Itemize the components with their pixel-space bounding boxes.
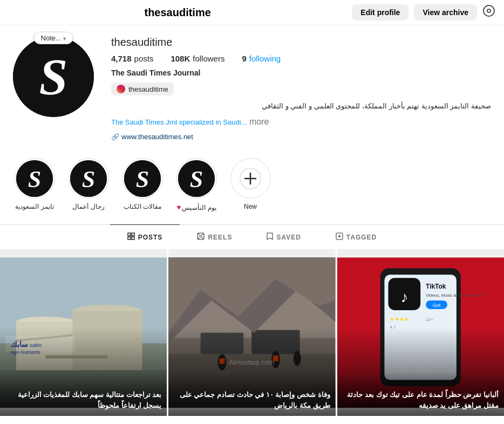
svg-point-24	[203, 238, 204, 239]
following-stat[interactable]: 9 following	[242, 54, 281, 63]
post-caption-2: وفاة شخص وإصابة ١٠ في حادث تصادم جماعي ع…	[168, 372, 335, 416]
highlight-item-2[interactable]: S رجال أعمال	[67, 158, 110, 211]
highlight-label-2: رجال أعمال	[72, 203, 104, 210]
tab-reels[interactable]: REELS	[180, 224, 249, 249]
highlight-circle-1: S	[15, 158, 55, 199]
svg-point-0	[483, 5, 494, 16]
website-text: www.thesauditimes.net	[121, 133, 193, 141]
link-handle: thesauditime	[128, 85, 168, 93]
highlight-circle-new	[230, 158, 271, 199]
instagram-link-icon	[117, 85, 125, 93]
post-item-1[interactable]: سابك sabic Agri-Nutrients بعد تراجعات مت…	[0, 249, 167, 416]
saved-tab-icon	[267, 232, 273, 242]
tab-tagged[interactable]: TAGGED	[318, 224, 394, 249]
highlight-item-1[interactable]: S تايمز السعودية	[13, 158, 56, 211]
chain-icon: 🔗	[111, 133, 119, 141]
stats-row: 4,718 posts 108K followers 9 following	[111, 54, 491, 63]
post-item-3[interactable]: ♪ TikTok Videos, Music & Live Streams Ge…	[337, 249, 504, 416]
tab-posts[interactable]: POSTS	[110, 224, 180, 249]
settings-button[interactable]	[482, 4, 495, 20]
following-count: 9	[242, 54, 246, 63]
highlight-circle-2: S	[69, 158, 109, 199]
tab-posts-label: POSTS	[138, 234, 163, 241]
svg-text:★★★★: ★★★★	[390, 316, 409, 322]
svg-point-21	[199, 234, 200, 235]
website-link[interactable]: 🔗 www.thesauditimes.net	[111, 133, 491, 141]
highlight-circle-3: S	[122, 158, 163, 199]
posts-stat: 4,718 posts	[111, 54, 153, 63]
svg-text:S: S	[39, 49, 68, 106]
bio-arabic: صحيفة التايمز السعودية تهتم بأخبار الممل…	[111, 101, 491, 112]
tab-reels-label: REELS	[208, 234, 232, 241]
svg-point-1	[487, 9, 491, 12]
highlight-item-new[interactable]: New	[229, 158, 272, 211]
svg-text:12+: 12+	[426, 317, 433, 322]
heart-icon: ♥	[176, 203, 181, 211]
followers-label: followers	[193, 54, 224, 63]
avatar[interactable]: S	[13, 36, 94, 117]
svg-text:S: S	[28, 166, 41, 193]
svg-point-22	[203, 234, 204, 235]
tagged-tab-icon	[336, 232, 343, 242]
highlight-item-4[interactable]: S ♥يوم التأسيس	[175, 158, 218, 211]
profile-username: thesauditime	[111, 36, 172, 49]
svg-rect-16	[132, 233, 134, 236]
tabs-section: POSTS REELS SAVED	[0, 224, 504, 249]
svg-text:S: S	[82, 166, 95, 193]
svg-text:♪: ♪	[400, 289, 408, 305]
svg-text:S: S	[190, 166, 203, 193]
top-bar: thesauditime Edit profile View archive	[0, 0, 504, 25]
note-arrow-icon: ▾	[63, 36, 66, 42]
profile-link-badge[interactable]: thesauditime	[111, 83, 174, 95]
bio-english-row: The Saudi Times Jrnl specialized in Saud…	[111, 117, 491, 128]
svg-text:Videos, Music & Live Streams: Videos, Music & Live Streams	[426, 293, 482, 298]
edit-profile-button[interactable]: Edit profile	[352, 4, 408, 20]
svg-rect-17	[128, 237, 131, 240]
posts-tab-icon	[127, 232, 135, 242]
highlight-label-4: ♥يوم التأسيس	[176, 203, 216, 211]
tab-saved-label: SAVED	[276, 234, 301, 241]
followers-stat[interactable]: 108K followers	[171, 54, 224, 63]
post-caption-3: ألبانيا تفرض حظراً لمدة عام على تيك توك …	[337, 372, 504, 416]
bio-english: The Saudi Times Jrnl specialized in Saud…	[111, 118, 247, 126]
highlight-label-new: New	[244, 203, 257, 210]
highlight-label-3: مقالات الكتاب	[124, 203, 161, 210]
highlights-section: S تايمز السعودية S رجال أعمال S	[0, 149, 504, 224]
highlight-circle-4: S	[176, 158, 217, 199]
posts-count: 4,718	[111, 54, 132, 63]
following-label: following	[249, 54, 281, 63]
reels-tab-icon	[197, 232, 205, 242]
followers-count: 108K	[171, 54, 190, 63]
more-link[interactable]: more	[249, 117, 269, 126]
profile-info: thesauditime 4,718 posts 108K followers …	[111, 36, 491, 141]
svg-rect-15	[128, 233, 131, 236]
posts-label: posts	[134, 54, 154, 63]
profile-row-actions: thesauditime	[111, 36, 491, 49]
highlight-item-3[interactable]: S مقالات الكتاب	[121, 158, 164, 211]
tab-saved[interactable]: SAVED	[249, 224, 318, 249]
svg-text:S: S	[136, 166, 149, 193]
svg-text:TikTok: TikTok	[426, 283, 446, 290]
avatar-wrapper: Note... ▾ S	[13, 36, 94, 141]
post-item-2[interactable]: Almostaqi.com وفاة شخص وإصابة ١٠ في حادث…	[168, 249, 335, 416]
view-archive-button[interactable]: View archive	[414, 4, 477, 20]
svg-text:Get: Get	[432, 303, 440, 308]
profile-username-header: thesauditime	[144, 6, 210, 19]
post-caption-1: بعد تراجعات متتالية سهم سابك للمغذيات ال…	[0, 372, 167, 416]
display-name: The Saudi Times Journal	[111, 69, 491, 77]
profile-section: Note... ▾ S thesauditime 4,718 posts 108…	[0, 25, 504, 149]
svg-point-23	[199, 238, 200, 239]
note-tooltip[interactable]: Note... ▾	[34, 32, 73, 44]
svg-point-20	[200, 235, 202, 237]
highlight-label-1: تايمز السعودية	[15, 203, 53, 210]
svg-rect-18	[132, 237, 134, 240]
posts-grid: سابك sabic Agri-Nutrients بعد تراجعات مت…	[0, 249, 504, 416]
tab-tagged-label: TAGGED	[346, 234, 377, 241]
